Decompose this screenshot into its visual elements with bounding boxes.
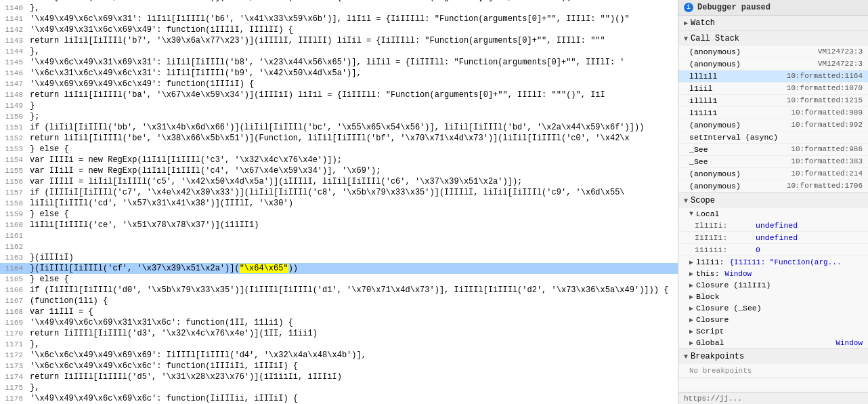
scope-collapsible-item[interactable]: ▶ liIi1:{IiI111: "Function(arg... — [678, 256, 868, 268]
line-content: return liIil[IiIIIl('be', '\x38\x66\x5b\… — [27, 133, 630, 144]
line-content: '\x49\x49\x6c\x69\x31\x31\x6c': function… — [27, 317, 293, 328]
code-line: 1174 return IiIIIl[IiIIIl('d5', '\x31\x2… — [0, 371, 678, 382]
callstack-row[interactable]: illll110:formatted:1215 — [678, 95, 868, 107]
scope-header[interactable]: ▼ Scope — [678, 193, 868, 208]
line-content: liIli[IiIIIl('ce', '\x51\x78\x78\x37')](… — [27, 220, 259, 230]
code-line: 1145 '\x49\x6c\x49\x31\x69\x31': liIil[I… — [0, 57, 678, 68]
code-line: 1161 — [0, 230, 678, 241]
debugger-content[interactable]: ▶ Watch ▼ Call Stack (anonymous)VM124723… — [678, 16, 868, 392]
line-number: 1160 — [0, 220, 27, 230]
code-line: 1146 '\x6c\x31\x6c\x49\x6c\x31': liIil[I… — [0, 68, 678, 79]
line-content: if (IIIIiI[IiIIIl('c7', '\x4e\x42\x30\x3… — [27, 187, 625, 198]
scope-var-name: 11iiii: — [695, 245, 756, 254]
code-panel: 1134 return function(IIIlI1) {1135 var l… — [0, 0, 678, 404]
scope-local-item: Il11Ii:undefined — [678, 220, 868, 232]
scope-var-value: undefined — [756, 221, 798, 230]
line-number: 1162 — [0, 241, 27, 252]
closure-arrow: ▶ — [689, 316, 693, 324]
closure-label: Closure (i1lII1) — [696, 281, 771, 289]
line-content: return IiIIIl[IiIIIl('d5', '\x31\x28\x23… — [27, 371, 342, 382]
line-number: 1145 — [0, 57, 27, 68]
local-section-header[interactable]: ▼ Local — [678, 208, 868, 220]
callstack-row[interactable]: (anonymous)10:formatted:992 — [678, 119, 868, 132]
scope-closure-item[interactable]: ▶ Closure (i1lII1) — [678, 279, 868, 291]
closure-arrow: ▶ — [689, 304, 693, 312]
scope-closure-item[interactable]: ▶ Closure (_See) — [678, 302, 868, 314]
callstack-row[interactable]: lll1ll10:formatted:1164 — [678, 70, 868, 83]
code-line: 1172 '\x6c\x6c\x49\x49\x69\x69': IiIIIl[… — [0, 350, 678, 361]
line-content: '\x49\x49\x31\x6c\x69\x49': function(iII… — [27, 24, 293, 35]
scope-closure-item[interactable]: ▶ Block — [678, 291, 868, 302]
scope-label: Scope — [691, 196, 715, 205]
code-line: 1148 return liIil[IiIIIl('ba', '\x67\x4e… — [0, 89, 678, 100]
closure-arrow: ▶ — [689, 293, 693, 301]
breakpoints-header[interactable]: ▼ Breakpoints — [678, 349, 868, 364]
callstack-frame-pos: 10:formatted:214 — [791, 169, 863, 178]
callstack-row[interactable]: _See10:formatted:986 — [678, 144, 868, 156]
callstack-header[interactable]: ▼ Call Stack — [678, 31, 868, 46]
line-content: liIil[IiIIIl('b1', '\x65\x5d\x23\x6c')](… — [27, 0, 571, 3]
line-content: }; — [27, 111, 39, 122]
line-number: 1156 — [0, 176, 27, 187]
line-content: '\x49\x49\x49\x6c\x69\x6c': function(IiI… — [27, 393, 298, 404]
code-line: 1176 '\x49\x49\x49\x6c\x69\x6c': functio… — [0, 393, 678, 404]
line-content: if (IiIIIl[IiIIIl('d0', '\x5b\x79\x33\x3… — [27, 285, 668, 296]
line-content: var IIIIi = new RegExp(liIil[IiIIIl('c3'… — [27, 155, 342, 165]
code-line: 1144 }, — [0, 46, 678, 57]
callstack-frame-name: setInterval (async) — [689, 133, 778, 142]
watch-header[interactable]: ▶ Watch — [678, 16, 868, 31]
code-line: 1162 — [0, 241, 678, 252]
callstack-frame-pos: 10:formatted:1164 — [787, 72, 863, 80]
line-number: 1169 — [0, 317, 27, 328]
no-breakpoints: No breakpoints — [678, 364, 868, 378]
closure-arrow: ▶ — [689, 339, 693, 347]
scope-var-name: liIi1: — [696, 258, 724, 266]
line-content: }, — [27, 46, 39, 57]
scope-closure-item[interactable]: ▶ GlobalWindow — [678, 337, 868, 348]
line-number: 1155 — [0, 165, 27, 176]
callstack-frame-name: _See — [689, 157, 750, 166]
line-number: 1158 — [0, 198, 27, 209]
scope-var-value: {IiI111: "Function(arg... — [729, 258, 841, 266]
code-line: 1175 }, — [0, 382, 678, 393]
code-line: 1152 return liIil[IiIIIl('be', '\x38\x66… — [0, 133, 678, 144]
callstack-row[interactable]: (anonymous)VM124722:3 — [678, 58, 868, 70]
local-items: Il11Ii:undefinedI1I1I1:undefined11iiii:0… — [678, 220, 868, 279]
breakpoints-arrow: ▼ — [684, 353, 688, 361]
scope-var-name: I1I1I1: — [695, 233, 756, 242]
closure-label: Script — [696, 327, 724, 336]
code-scroll[interactable]: 1134 return function(IIIlI1) {1135 var l… — [0, 0, 678, 404]
callstack-frame-pos: 10:formatted:1215 — [787, 96, 863, 104]
line-number: 1154 — [0, 155, 27, 165]
code-line: 1157 if (IIIIiI[IiIIIl('c7', '\x4e\x42\x… — [0, 187, 678, 198]
callstack-row[interactable]: (anonymous)10:formatted:1706 — [678, 180, 868, 193]
line-content: }(IiIIIl[IiIIIl('cf', '\x37\x39\x51\x2a'… — [27, 263, 298, 274]
line-content: '\x49\x6c\x49\x31\x69\x31': liIil[IiIIIl… — [27, 57, 625, 68]
status-bar: https://jj... — [678, 392, 868, 404]
line-content: } else { — [27, 209, 69, 220]
scope-collapsible-item[interactable]: ▶ this:Window — [678, 268, 868, 279]
code-line: 1150 }; — [0, 111, 678, 122]
line-number: 1170 — [0, 328, 27, 339]
watch-arrow: ▶ — [684, 19, 688, 27]
line-number: 1150 — [0, 111, 27, 122]
code-line: 1158 liIil[IiIIIl('cd', '\x57\x31\x41\x3… — [0, 198, 678, 209]
callstack-row[interactable]: _See10:formatted:383 — [678, 156, 868, 168]
callstack-row[interactable]: (anonymous)10:formatted:214 — [678, 168, 868, 180]
callstack-row[interactable]: l11l1110:formatted:989 — [678, 107, 868, 119]
debugger-header: i Debugger paused — [678, 0, 868, 16]
line-number: 1157 — [0, 187, 27, 198]
callstack-section: ▼ Call Stack (anonymous)VM124723:3(anony… — [678, 31, 868, 193]
callstack-row[interactable]: setInterval (async) — [678, 132, 868, 144]
scope-arrow: ▼ — [684, 197, 688, 205]
scope-closure-item[interactable]: ▶ Closure — [678, 314, 868, 325]
callstack-row[interactable]: l1iil10:formatted:1070 — [678, 83, 868, 95]
scope-local-item: 11iiii:0 — [678, 244, 868, 256]
line-number: 1149 — [0, 100, 27, 111]
item-arrow: ▶ — [689, 258, 693, 266]
line-content: var IIIlI = liIil[IiIIIl('c5', '\x42\x50… — [27, 176, 522, 187]
callstack-row[interactable]: (anonymous)VM124723:3 — [678, 46, 868, 58]
line-content: '\x49\x69\x69\x49\x6c\x49': function(1II… — [27, 79, 254, 89]
scope-closure-item[interactable]: ▶ Script — [678, 325, 868, 337]
code-lines: 1134 return function(IIIlI1) {1135 var l… — [0, 0, 678, 404]
